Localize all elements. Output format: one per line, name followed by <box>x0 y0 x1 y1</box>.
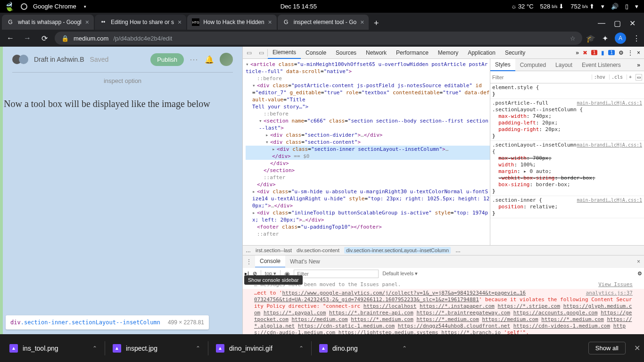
stylestab-computed[interactable]: Computed <box>515 59 551 71</box>
download-chip[interactable]: ▲inspect.jpg⌃ <box>107 338 206 358</box>
dom-tree[interactable]: ▾<article class="u-minHeight100vhOffset6… <box>243 59 490 245</box>
draft-status: Draft in Ashwin.B <box>34 56 84 63</box>
article-body-text[interactable]: Now a tool box will be displayed like th… <box>0 84 242 109</box>
styles-filter-input[interactable] <box>492 74 590 80</box>
user-avatar[interactable] <box>220 53 233 66</box>
favicon-icon: HTG <box>192 18 199 26</box>
console-settings-icon[interactable]: ⚙ <box>637 271 642 277</box>
dock-menu-icon[interactable]: ⋮ <box>627 49 633 56</box>
view-issues-link[interactable]: View Issues <box>598 281 633 288</box>
downloads-close-icon[interactable]: ✕ <box>634 344 640 353</box>
clock[interactable]: Dec 15 14:55 <box>86 3 511 10</box>
more-tabs-chevron-icon[interactable]: » <box>576 49 579 56</box>
weather-indicator[interactable]: ☼ 32 °C <box>511 3 534 10</box>
bookmark-icon[interactable]: ☆ <box>570 35 576 42</box>
publish-button[interactable]: Publish <box>150 53 184 66</box>
chevron-up-icon[interactable]: ⌃ <box>196 345 200 352</box>
close-icon[interactable]: × <box>178 18 182 26</box>
log-level-select[interactable]: Default levels ▾ <box>382 271 418 277</box>
inspect-element-button[interactable]: ▭ <box>243 47 255 59</box>
download-chip[interactable]: ▲dino.png⌃ <box>314 338 413 358</box>
download-chip[interactable]: ▲ins_tool.png⌃ <box>4 338 103 358</box>
new-tab-button[interactable]: + <box>370 16 383 30</box>
devtab-memory[interactable]: Memory <box>433 47 463 59</box>
console-filter-input[interactable] <box>294 270 379 278</box>
devtab-sources[interactable]: Sources <box>331 47 361 59</box>
stylestab-styles[interactable]: Styles <box>490 59 515 71</box>
close-window-icon[interactable]: ✕ <box>629 19 636 28</box>
address-bar[interactable]: 🔒 medium.com/p/d4abddc4e2b4/edit ☆ <box>55 32 582 45</box>
styles-more-icon[interactable]: » <box>633 62 644 68</box>
favicon-icon: G <box>7 18 14 26</box>
reload-button[interactable]: ⟳ <box>38 32 51 45</box>
devtab-elements[interactable]: Elements <box>268 47 301 59</box>
minimize-icon[interactable]: — <box>598 19 605 28</box>
devtab-network[interactable]: Network <box>361 47 391 59</box>
device-icon[interactable]: ▭ <box>636 74 642 81</box>
browser-tab[interactable]: Ginspect element tool - Go× <box>278 15 369 30</box>
device-toggle-button[interactable]: ▭ <box>255 47 267 59</box>
devtab-application[interactable]: Application <box>463 47 500 59</box>
url-host: medium.com <box>74 35 108 42</box>
console-drawer-menu[interactable]: ⋮ <box>243 255 255 268</box>
close-icon[interactable]: × <box>360 18 364 26</box>
url-path: /p/d4abddc4e2b4/edit <box>113 35 172 42</box>
drawer-close-icon[interactable]: × <box>633 258 644 265</box>
stylestab-layout[interactable]: Layout <box>551 59 577 71</box>
devtab-console[interactable]: Console <box>301 47 331 59</box>
extension-icon[interactable]: 🎓 <box>586 34 595 43</box>
devtools-close-icon[interactable]: × <box>637 49 640 56</box>
hov-toggle[interactable]: :hov <box>592 74 607 80</box>
image-icon: ▲ <box>216 344 224 353</box>
power-icon[interactable]: ▾ <box>635 3 638 10</box>
extensions-button[interactable]: ✦ <box>602 34 608 43</box>
browser-tab[interactable]: ••Editing How to share or s× <box>95 15 186 30</box>
wifi-icon[interactable]: ▾ <box>601 3 604 10</box>
volume-icon[interactable]: 🔊 <box>611 3 619 10</box>
active-app-label[interactable]: Google Chrome <box>33 3 76 10</box>
net-up-indicator: 752b/s ⬆ <box>570 3 594 10</box>
chevron-up-icon[interactable]: ⌃ <box>299 345 304 352</box>
browser-tab[interactable]: Gwhat is whatsapp - Googl× <box>2 15 94 30</box>
dom-breadcrumbs[interactable]: … irst.section--last div.section-content… <box>243 245 644 255</box>
devtab-performance[interactable]: Performance <box>391 47 433 59</box>
system-bar: 🍃 Google Chrome ▾ Dec 15 14:55 ☼ 32 °C 5… <box>0 0 644 13</box>
new-rule-button[interactable]: + <box>627 74 634 80</box>
close-icon[interactable]: × <box>85 18 89 26</box>
medium-logo-icon[interactable] <box>12 55 28 64</box>
more-button[interactable]: ⋯ <box>190 54 199 65</box>
downloads-bar: ▲ins_tool.png⌃ ▲inspect.jpg⌃ ▲dino_invin… <box>0 334 644 362</box>
drawer-tab-console[interactable]: Console <box>255 255 285 268</box>
info-count-badge[interactable]: 1 <box>608 50 615 55</box>
download-chip[interactable]: ▲dino_invinci.gif⌃ <box>210 338 309 358</box>
devtab-security[interactable]: Security <box>500 47 530 59</box>
notifications-icon[interactable]: 🔔 <box>205 55 214 64</box>
chevron-up-icon[interactable]: ⌃ <box>92 345 97 352</box>
profile-avatar[interactable]: A <box>615 33 626 44</box>
chrome-menu-button[interactable]: ⋮ <box>633 34 640 43</box>
sidebar-tooltip: Show console sidebar <box>244 275 303 285</box>
chevron-up-icon[interactable]: ⌃ <box>402 345 407 352</box>
back-button[interactable]: ← <box>4 32 17 45</box>
stylestab-eventlisteners[interactable]: Event Listeners <box>577 59 626 71</box>
figure-caption[interactable]: inspect option <box>3 77 242 84</box>
browser-tab[interactable]: HTGHow to Hack the Hidden × <box>187 15 277 30</box>
error-count-badge[interactable]: 1 <box>591 50 598 55</box>
settings-icon[interactable]: ⚙ <box>619 49 624 56</box>
drawer-tab-whatsnew[interactable]: What's New <box>285 255 325 268</box>
cls-toggle[interactable]: .cls <box>609 74 625 80</box>
devtools-panel: ▭ ▭ Elements Console Sources Network Per… <box>242 47 644 334</box>
battery-icon[interactable]: ▯ <box>625 3 628 10</box>
close-icon[interactable]: × <box>268 18 272 26</box>
favicon-icon: •• <box>99 18 107 26</box>
console-output[interactable]: … messages have been moved to the Issues… <box>243 280 644 334</box>
lock-icon: 🔒 <box>61 35 69 42</box>
browser-toolbar: ← → ⟳ 🔒 medium.com/p/d4abddc4e2b4/edit ☆… <box>0 30 644 47</box>
net-down-indicator: 528b/s ⬇ <box>540 3 564 10</box>
favicon-icon: G <box>282 18 290 26</box>
maximize-icon[interactable]: ▢ <box>614 19 621 28</box>
style-rules[interactable]: element.style {} main-brandi…lcHjA.css:1… <box>490 83 644 245</box>
show-all-button[interactable]: Show all <box>588 342 626 354</box>
console-error-row: analytics.js:37 …ect to 'https://www.goo… <box>243 289 644 334</box>
forward-button[interactable]: → <box>21 32 34 45</box>
